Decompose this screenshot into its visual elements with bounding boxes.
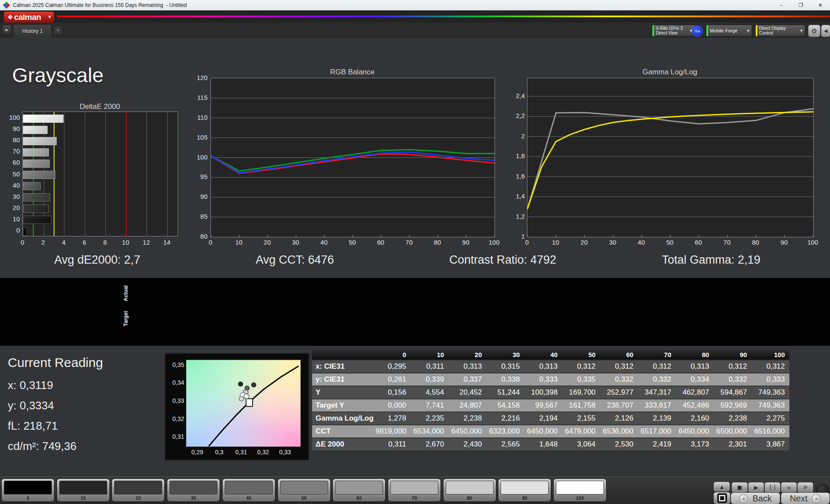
pattern-window-button[interactable] xyxy=(713,492,731,504)
table-cell: 2,216 xyxy=(486,412,524,424)
table-cell: 0,312 xyxy=(751,360,789,373)
pattern-label: 10 xyxy=(57,495,109,501)
settings-gear-button[interactable]: ⚙ xyxy=(808,25,820,37)
maximize-button[interactable]: ❐ xyxy=(791,0,811,10)
rgb-plot-x-tick: 90 xyxy=(459,239,472,246)
cie-y-tick: 0,35 xyxy=(167,361,184,368)
table-cell: 0,312 xyxy=(713,360,751,373)
minimize-button[interactable]: – xyxy=(772,0,791,10)
pattern-button-40[interactable]: 40 xyxy=(222,478,275,502)
play-button[interactable]: ▶ xyxy=(748,482,764,493)
chevron-down-icon: ▼ xyxy=(747,29,750,33)
rgb-plot-y-tick: 105 xyxy=(189,134,208,141)
pattern-source-dropdown[interactable]: Mobile Forge ▼ xyxy=(706,25,752,37)
pattern-button-20[interactable]: 20 xyxy=(112,478,165,502)
continuous-button[interactable]: ∞ xyxy=(781,482,797,493)
table-cell: 749,363 xyxy=(751,399,789,411)
deltae-tick-label: 0 xyxy=(2,226,20,234)
display-control-label: Direct Display Control xyxy=(757,26,800,35)
table-cell: 6516,000 xyxy=(751,425,789,437)
deltae-x-tick: 14 xyxy=(160,239,173,246)
table-cell: 24,807 xyxy=(448,399,486,411)
tab-history-1[interactable]: History 1 xyxy=(13,24,52,38)
calman-menu-button[interactable]: ❖ calman ▼ xyxy=(3,11,54,23)
pattern-button-0[interactable]: 0 xyxy=(1,478,54,502)
calman-logo-text: calman xyxy=(14,13,41,22)
column-header: 100 xyxy=(751,350,789,360)
next-button[interactable]: Next » xyxy=(781,492,830,504)
pattern-button-70[interactable]: 70 xyxy=(388,478,441,502)
deltae-x-axis: 02468101214 xyxy=(22,239,177,247)
deltae-bar-30 xyxy=(23,193,50,201)
limit-threshold-line xyxy=(126,112,127,236)
meter-dropdown[interactable]: X-Rite i1Pro 3 Direct View ▼ xyxy=(652,25,695,37)
g-plot-y-tick: 2 xyxy=(505,132,525,140)
pattern-button-10[interactable]: 10 xyxy=(57,478,110,502)
table-cell: 452,486 xyxy=(676,399,714,411)
table-cell: 2,419 xyxy=(638,438,676,450)
row-label: ΔE 2000 xyxy=(312,438,373,450)
pattern-button-90[interactable]: 90 xyxy=(498,478,551,502)
table-cell: 333,617 xyxy=(638,399,676,411)
cie-y-tick: 0,33 xyxy=(167,397,184,404)
table-cell: 6450,000 xyxy=(676,425,714,437)
stop-button[interactable]: ■ xyxy=(731,482,748,493)
table-cell: 0,338 xyxy=(486,373,524,386)
pattern-button-100[interactable]: 100 xyxy=(553,478,607,502)
column-header: 60 xyxy=(600,350,638,360)
grayscale-swatch-strip: Actual Target 0102030405060708090100 xyxy=(0,278,830,346)
measured-series xyxy=(527,109,813,209)
table-cell: 1,278 xyxy=(373,412,411,424)
cie-x-tick: 0,33 xyxy=(276,449,294,456)
pattern-swatch xyxy=(280,481,328,494)
green-series xyxy=(211,150,495,171)
meter-count-badge[interactable]: 704 xyxy=(692,26,703,37)
table-row: Gamma Log/Log1,2782,2352,2382,2162,1942,… xyxy=(312,412,789,424)
measurement-point xyxy=(239,396,244,401)
new-history-button[interactable]: + xyxy=(54,26,62,35)
table-row: y: CIE310,2610,3390,3370,3380,3330,3350,… xyxy=(312,373,789,386)
table-cell: 3,867 xyxy=(751,438,789,450)
rgb-plot-y-tick: 95 xyxy=(189,173,208,180)
deltae-bar-80 xyxy=(23,137,57,145)
target-row-label: Target xyxy=(123,307,129,330)
collapse-panel-button[interactable]: ◀ xyxy=(821,25,830,37)
pattern-swatch xyxy=(114,481,162,494)
g-plot-x-tick: 20 xyxy=(577,239,591,246)
cie-x-tick: 0,3 xyxy=(211,449,228,456)
close-button[interactable]: ✕ xyxy=(811,0,830,10)
pattern-button-80[interactable]: 80 xyxy=(443,478,496,502)
pattern-label: 40 xyxy=(223,495,275,501)
continuous-icon: ∞ xyxy=(787,485,791,491)
table-cell: 594,867 xyxy=(713,386,751,399)
gamma-y-axis: 2,42,221,81,61,41,21 xyxy=(505,78,525,236)
column-header: 80 xyxy=(676,350,714,360)
logo-bar: ❖ calman ▼ xyxy=(0,10,830,22)
deltae-tick-label: 40 xyxy=(2,182,20,189)
expand-up-button[interactable]: ▲ xyxy=(713,482,730,492)
gridline xyxy=(147,112,147,236)
current-reading-title: Current Reading xyxy=(8,355,103,370)
frame-button[interactable]: [·] xyxy=(764,482,781,493)
history-nav-button[interactable]: ► xyxy=(2,25,12,35)
deltae-tick-label: 90 xyxy=(2,125,20,132)
stat-avg-de2000: Avg dE2000: 2,7 xyxy=(6,253,188,267)
display-control-dropdown[interactable]: Direct Display Control ▼ xyxy=(755,25,805,37)
deltae-x-tick: 6 xyxy=(78,239,91,246)
loop-button[interactable]: ⟳ xyxy=(797,482,814,493)
back-button[interactable]: « Back xyxy=(731,492,780,504)
row-label: y: CIE31 xyxy=(312,373,373,386)
deltae-x-tick: 4 xyxy=(57,239,70,246)
actual-row-label: Actual xyxy=(123,282,129,305)
row-label: Gamma Log/Log xyxy=(312,412,373,424)
pattern-button-30[interactable]: 30 xyxy=(167,478,220,502)
table-cell: 2,194 xyxy=(524,412,562,424)
pattern-button-50[interactable]: 50 xyxy=(278,478,331,502)
pattern-button-60[interactable]: 60 xyxy=(332,478,386,502)
table-cell: 161,758 xyxy=(562,399,600,411)
pattern-swatch xyxy=(501,481,549,494)
rgb-balance-chart xyxy=(211,78,495,237)
table-cell: 238,707 xyxy=(600,399,638,411)
cie-chart xyxy=(186,360,301,447)
meter-sublabel: Direct View xyxy=(656,31,677,35)
